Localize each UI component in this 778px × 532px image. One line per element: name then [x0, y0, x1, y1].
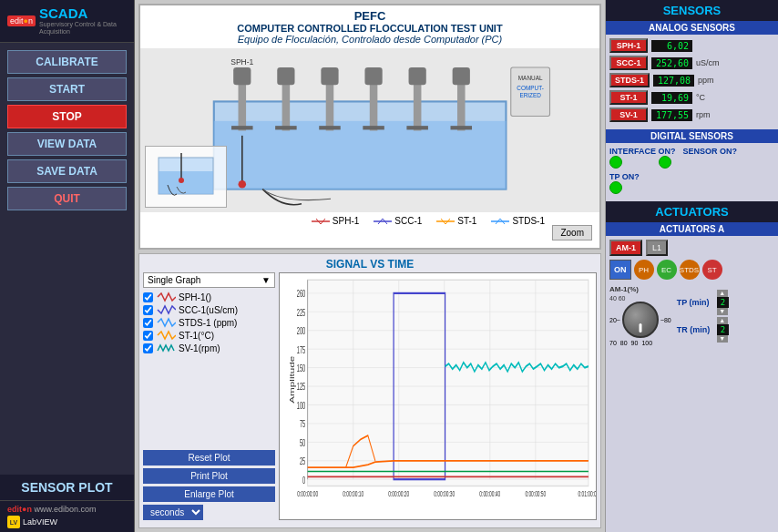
channel-sv1-checkbox[interactable]: [143, 343, 153, 353]
quit-button[interactable]: QUIT: [7, 187, 127, 210]
l1-button[interactable]: L1: [646, 240, 668, 256]
svg-text:260: 260: [297, 290, 306, 300]
left-panel: edit●n SCADA Supervisory Control & Data …: [0, 0, 135, 532]
view-data-button[interactable]: VIEW DATA: [7, 132, 127, 156]
enlarge-plot-button[interactable]: Enlarge Plot: [143, 486, 275, 502]
svg-text:0:00:00:40: 0:00:00:40: [479, 490, 500, 498]
st1-button[interactable]: ST-1: [609, 90, 648, 105]
am1-button[interactable]: AM-1: [609, 240, 642, 256]
knob-scale-70: 70: [609, 340, 617, 346]
actuator-st-button[interactable]: ST: [702, 260, 722, 280]
knob-min-label: 40 60: [609, 295, 626, 302]
actuator-row1: AM-1 L1: [609, 240, 774, 256]
svg-text:0:01:00:00: 0:01:00:00: [578, 490, 596, 498]
plot-buttons: Reset Plot Print Plot Enlarge Plot secon…: [143, 450, 275, 520]
am1-knob[interactable]: [622, 302, 659, 338]
time-select: seconds minutes: [143, 505, 275, 520]
svg-rect-28: [159, 171, 213, 194]
print-plot-button[interactable]: Print Plot: [143, 468, 275, 484]
save-data-button[interactable]: SAVE DATA: [7, 159, 127, 183]
svg-rect-17: [365, 67, 383, 85]
svg-rect-3: [282, 82, 291, 130]
svg-text:0:00:00:10: 0:00:00:10: [343, 490, 363, 498]
time-unit-dropdown[interactable]: seconds minutes: [143, 505, 203, 520]
tp-value: 2: [717, 297, 729, 308]
actuators-area: AM-1 L1 ON PH EC STDS ST AM-1(%) 40 60: [606, 236, 778, 350]
diagram-subtitle: Equipo de Floculación, Controlado desde …: [144, 34, 596, 45]
tp-on-led: [609, 181, 622, 194]
svg-rect-9: [275, 126, 297, 129]
scc1-unit: uS/cm: [696, 58, 720, 67]
svg-rect-4: [326, 82, 334, 130]
channel-st1-checkbox[interactable]: [143, 331, 153, 341]
svg-text:ERIZED: ERIZED: [520, 92, 542, 98]
actuator-on-button[interactable]: ON: [609, 260, 631, 280]
svg-text:SPH-1: SPH-1: [230, 56, 253, 66]
channel-sv1: SV-1(rpm): [143, 343, 275, 353]
analog-sensors-header: ANALOG SENSORS: [606, 21, 778, 35]
svg-rect-8: [231, 126, 253, 129]
sensor-row-sv1: SV-1 177,55 rpm: [609, 107, 774, 122]
channel-sph1: SPH-1(): [143, 292, 275, 302]
channel-stds1-label: STDS-1 (ppm): [179, 318, 237, 328]
tr-increment-button[interactable]: ▲: [717, 317, 728, 324]
actuator-stds-button[interactable]: STDS: [680, 260, 700, 280]
sensor-on-led: [659, 156, 671, 169]
diagram-area: PEFC COMPUTER CONTROLLED FLOCCULATION TE…: [138, 4, 601, 250]
channel-sph1-checkbox[interactable]: [143, 292, 153, 302]
knob-tp-area: AM-1(%) 40 60 20~ ~80 70 80 90: [609, 285, 774, 346]
st1-unit: °C: [696, 93, 705, 102]
website-url: www.edibon.com: [34, 505, 96, 514]
channel-stds1-wave-icon: [156, 317, 176, 328]
sensor-on-label: SENSOR ON?: [683, 147, 738, 156]
stop-button[interactable]: STOP: [7, 105, 127, 128]
tp-stepper-group: ▲ 2 ▼: [717, 290, 729, 315]
signal-title: SIGNAL VS TIME: [143, 258, 597, 271]
zoom-button[interactable]: Zoom: [552, 225, 592, 240]
labview-label: LabVIEW: [23, 517, 57, 527]
graph-type-select[interactable]: Single Graph ▼: [143, 272, 275, 288]
scada-subtitle: Supervisory Control & Data Acquisition: [39, 21, 127, 36]
svg-text:150: 150: [297, 363, 306, 373]
stds1-button[interactable]: STDS-1: [609, 73, 650, 87]
svg-text:0:00:00:00: 0:00:00:00: [297, 490, 318, 498]
tr-decrement-button[interactable]: ▼: [717, 335, 728, 343]
tr-stepper-group: ▲ 2 ▼: [717, 317, 729, 343]
scc1-button[interactable]: SCC-1: [609, 56, 648, 70]
knob-row: 20~ ~80: [609, 302, 671, 338]
legend-stds1-label: STDS-1: [512, 216, 545, 226]
knob-indicator: [639, 323, 641, 332]
channel-sph1-wave-icon: [156, 292, 176, 302]
digital-row3: TP ON?: [609, 172, 774, 181]
tr-value: 2: [717, 324, 729, 335]
sensor-row-stds1: STDS-1 127,08 ppm: [609, 73, 774, 87]
am1-percent-area: AM-1(%) 40 60 20~ ~80 70 80 90: [609, 285, 671, 346]
sv1-button[interactable]: SV-1: [609, 107, 648, 122]
svg-rect-10: [319, 126, 341, 129]
channel-scc1: SCC-1(uS/cm): [143, 304, 275, 315]
channel-stds1-checkbox[interactable]: [143, 318, 153, 328]
knob-scale-100: 100: [641, 340, 652, 346]
reset-plot-button[interactable]: Reset Plot: [143, 450, 275, 466]
tp-decrement-button[interactable]: ▼: [717, 308, 728, 315]
svg-text:Amplitude: Amplitude: [289, 356, 296, 404]
legend-st1: ST-1: [436, 216, 476, 226]
channel-scc1-wave-icon: [156, 304, 176, 315]
probe-area: [145, 146, 227, 208]
tp-increment-button[interactable]: ▲: [717, 290, 728, 297]
sensor-row-scc1: SCC-1 252,60 uS/cm: [609, 56, 774, 70]
svg-rect-18: [409, 67, 426, 85]
sph1-button[interactable]: SPH-1: [609, 38, 648, 53]
labview-icon: LV: [7, 516, 20, 528]
svg-text:MANUAL: MANUAL: [518, 74, 543, 80]
calibrate-button[interactable]: CALIBRATE: [7, 50, 127, 74]
actuator-ph-button[interactable]: PH: [634, 260, 654, 280]
channel-scc1-checkbox[interactable]: [143, 305, 153, 315]
sensor-plot-label: SENSOR PLOT: [0, 475, 134, 500]
actuator-ec-button[interactable]: EC: [657, 260, 677, 280]
actuators-header: ACTUATORS: [606, 201, 778, 222]
digital-row2: [609, 156, 774, 169]
channel-st1: ST-1(°C): [143, 330, 275, 341]
start-button[interactable]: START: [7, 77, 127, 101]
svg-rect-11: [363, 126, 385, 129]
